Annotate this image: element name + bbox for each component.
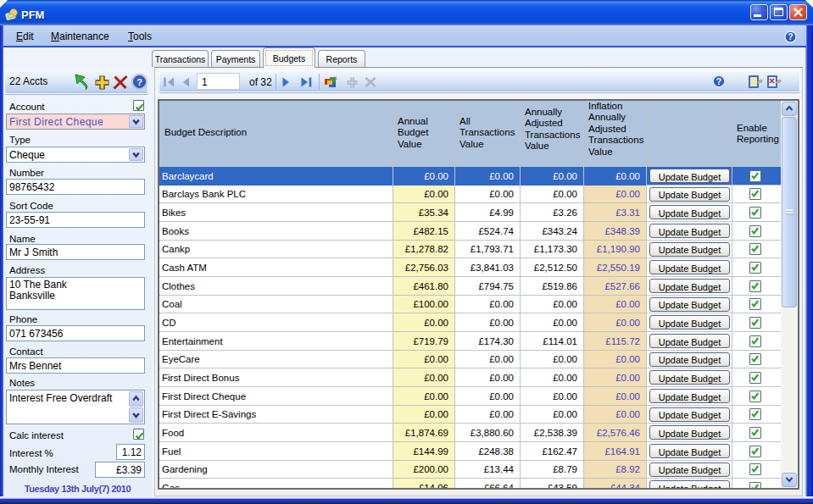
svg-text:?: ? <box>136 77 142 87</box>
svg-text:?: ? <box>788 32 793 42</box>
svg-text:?: ? <box>716 76 721 86</box>
